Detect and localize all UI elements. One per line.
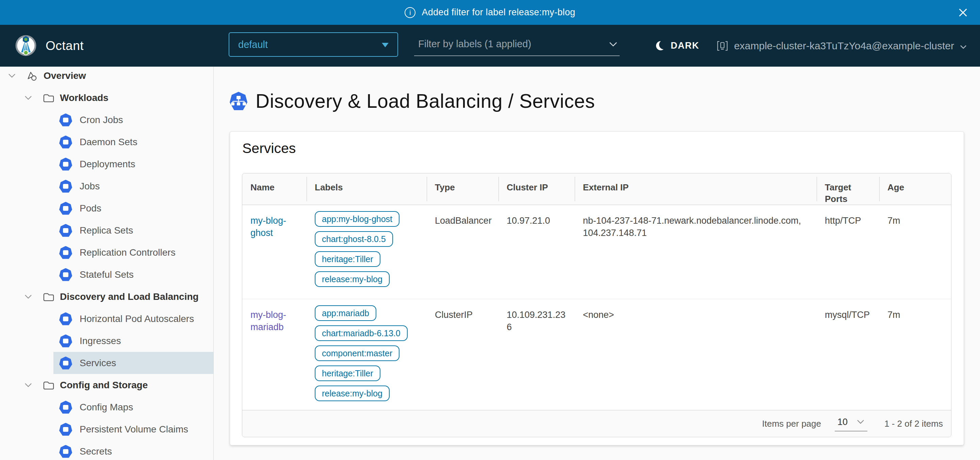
sidebar-item-config-maps[interactable]: Config Maps <box>0 396 213 418</box>
label-filter-text: Filter by labels (1 applied) <box>418 38 531 50</box>
label-pill[interactable]: release:my-blog <box>315 271 390 287</box>
sidebar-item-cron-jobs[interactable]: Cron Jobs <box>0 109 213 131</box>
sidebar-item-label: Replica Sets <box>80 225 133 236</box>
sidebar-item-label: Overview <box>43 70 86 81</box>
table-row: my-blog-ghost app:my-blog-ghost chart:gh… <box>242 205 951 299</box>
cluster-ip-cell: 10.97.21.0 <box>498 205 575 299</box>
label-filter-select[interactable]: Filter by labels (1 applied) <box>414 32 620 56</box>
service-name-link[interactable]: my-blog-ghost <box>250 216 286 238</box>
info-icon: i <box>404 7 415 18</box>
sidebar-item-jobs[interactable]: Jobs <box>0 175 213 197</box>
sidebar-item-label: Ingresses <box>80 336 121 346</box>
sidebar: Overview Workloads Cron Jobs Daemon Sets… <box>0 67 214 460</box>
column-header-age: Age <box>879 173 951 205</box>
label-pill[interactable]: heritage:Tiller <box>315 365 380 381</box>
type-cell: ClusterIP <box>427 299 498 410</box>
sidebar-item-label: Pods <box>80 203 102 214</box>
cluster-ip-cell: 10.109.231.236 <box>498 299 575 410</box>
notification-banner: i Added filter for label release:my-blog <box>0 0 980 25</box>
services-table: Name Labels Type Cluster IP External IP … <box>242 173 951 437</box>
sidebar-item-daemon-sets[interactable]: Daemon Sets <box>0 131 213 153</box>
sidebar-item-stateful-sets[interactable]: Stateful Sets <box>0 263 213 286</box>
sidebar-item-services[interactable]: Services <box>53 352 214 374</box>
sidebar-item-label: Config Maps <box>80 402 133 413</box>
sidebar-group-discovery-and-load-balancing[interactable]: Discovery and Load Balancing <box>0 286 213 308</box>
sidebar-item-horizontal-pod-autoscalers[interactable]: Horizontal Pod Autoscalers <box>0 308 213 330</box>
sidebar-item-label: Replication Controllers <box>80 247 176 258</box>
external-ip-cell: <none> <box>575 299 817 410</box>
type-cell: LoadBalancer <box>427 205 498 299</box>
sidebar-group-label: Discovery and Load Balancing <box>60 291 199 302</box>
sidebar-item-persistent-volume-claims[interactable]: Persistent Volume Claims <box>0 418 213 440</box>
banner-message: Added filter for label release:my-blog <box>422 7 575 18</box>
name-cell: my-blog-mariadb <box>242 299 307 410</box>
persistent-volume-claims-icon <box>59 423 72 436</box>
sidebar-group-label: Config and Storage <box>60 380 148 391</box>
replication-controllers-icon <box>59 246 72 259</box>
horizontal-pod-autoscalers-icon <box>59 312 72 325</box>
main-content: Discovery & Load Balancing / Services Se… <box>214 67 980 460</box>
sidebar-item-replication-controllers[interactable]: Replication Controllers <box>0 241 213 263</box>
sidebar-item-label: Jobs <box>80 181 100 192</box>
sidebar-item-pods[interactable]: Pods <box>0 197 213 219</box>
caret-down-icon[interactable] <box>8 73 16 79</box>
label-pill[interactable]: heritage:Tiller <box>315 251 380 267</box>
column-header-external-ip: External IP <box>575 173 817 205</box>
banner-close-button[interactable] <box>956 5 970 20</box>
theme-toggle[interactable]: DARK <box>656 25 699 67</box>
label-pill[interactable]: chart:ghost-8.0.5 <box>315 231 393 247</box>
label-pill[interactable]: release:my-blog <box>315 385 390 401</box>
table-row: my-blog-mariadb app:mariadb chart:mariad… <box>242 299 951 410</box>
age-cell: 7m <box>879 205 951 299</box>
name-cell: my-blog-ghost <box>242 205 307 299</box>
page-title: Discovery & Load Balancing / Services <box>256 90 595 112</box>
services-card: Services Name Labels Type Cluster IP Ext… <box>230 131 964 446</box>
cluster-icon <box>716 40 729 52</box>
namespace-select[interactable]: default <box>229 32 398 57</box>
chevron-down-icon <box>959 44 967 50</box>
caret-down-icon[interactable] <box>24 95 33 101</box>
sidebar-group-workloads[interactable]: Workloads <box>0 87 213 109</box>
stateful-sets-icon <box>59 268 72 281</box>
sidebar-item-label: Horizontal Pod Autoscalers <box>80 314 194 324</box>
sidebar-item-secrets[interactable]: Secrets <box>0 440 213 460</box>
service-name-link[interactable]: my-blog-mariadb <box>250 310 286 332</box>
label-pill[interactable]: app:my-blog-ghost <box>315 211 399 227</box>
caret-down-icon[interactable] <box>24 294 33 300</box>
folder-icon <box>43 93 54 103</box>
replica-sets-icon <box>59 224 72 237</box>
sidebar-item-deployments[interactable]: Deployments <box>0 153 213 175</box>
sidebar-item-label: Stateful Sets <box>80 269 134 280</box>
sidebar-item-label: Cron Jobs <box>80 114 123 125</box>
close-icon <box>958 8 968 18</box>
service-page-icon <box>230 92 247 111</box>
caret-down-icon[interactable] <box>24 382 33 388</box>
folder-icon <box>43 380 54 390</box>
label-pill[interactable]: chart:mariadb-6.13.0 <box>315 325 408 341</box>
pods-icon <box>59 202 72 215</box>
app-title: Octant <box>46 39 84 53</box>
sidebar-item-label: Services <box>80 358 116 368</box>
cluster-context-selector[interactable]: example-cluster-ka3TuTzYo4a@example-clus… <box>716 25 967 67</box>
cluster-name: example-cluster-ka3TuTzYo4a@example-clus… <box>734 40 954 52</box>
external-ip-cell: nb-104-237-148-71.newark.nodebalancer.li… <box>575 205 817 299</box>
sidebar-item-label: Deployments <box>80 159 135 170</box>
services-icon <box>59 357 72 370</box>
deployments-icon <box>59 158 72 171</box>
page-size-select[interactable]: 10 <box>835 416 867 431</box>
items-per-page-label: Items per page <box>762 419 821 429</box>
label-pill[interactable]: component:master <box>315 346 399 361</box>
sidebar-group-label: Workloads <box>60 92 108 103</box>
column-header-cluster-ip: Cluster IP <box>498 173 575 205</box>
column-header-labels: Labels <box>307 173 427 205</box>
sidebar-item-ingresses[interactable]: Ingresses <box>0 330 213 352</box>
card-title: Services <box>242 140 296 156</box>
chevron-down-icon <box>856 419 865 425</box>
secrets-icon <box>59 445 72 458</box>
sidebar-group-config-and-storage[interactable]: Config and Storage <box>0 374 213 396</box>
label-pill[interactable]: app:mariadb <box>315 305 376 321</box>
target-ports-cell: http/TCP <box>817 205 879 299</box>
labels-cell: app:my-blog-ghost chart:ghost-8.0.5 heri… <box>307 205 427 299</box>
sidebar-item-replica-sets[interactable]: Replica Sets <box>0 219 213 241</box>
sidebar-item-overview[interactable]: Overview <box>0 67 213 87</box>
